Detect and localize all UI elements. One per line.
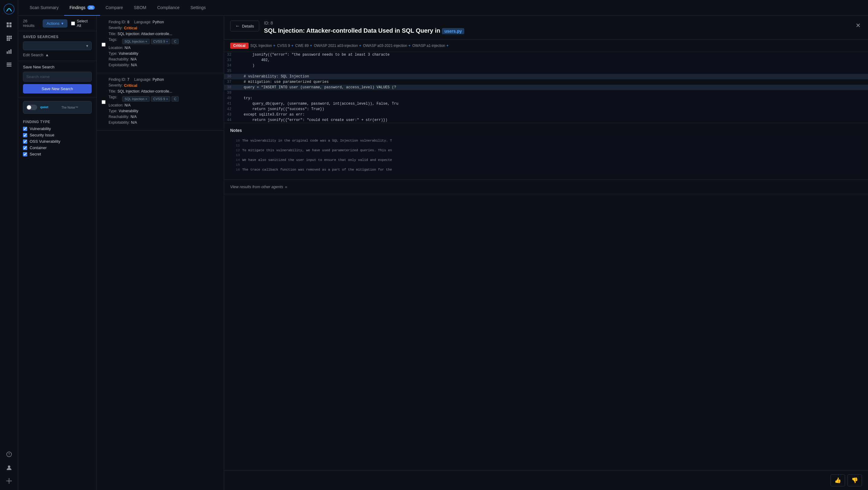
tab-compare[interactable]: Compare	[100, 0, 128, 16]
svg-rect-15	[10, 49, 11, 54]
qwiet-toggle-row: qwiet The Noise™	[23, 101, 92, 114]
svg-point-0	[4, 4, 14, 14]
detail-title: SQL Injection: Attacker-controlled Data …	[264, 27, 849, 34]
tab-scan-summary[interactable]: Scan Summary	[24, 0, 64, 16]
detail-tag-sql: SQL Injection +	[250, 43, 276, 48]
select-all-label: Select All	[77, 19, 92, 28]
detail-tag-cvss: CVSS 9 +	[277, 43, 293, 48]
svg-rect-4	[9, 25, 11, 27]
svg-rect-18	[7, 66, 11, 66]
settings-icon[interactable]	[4, 476, 14, 486]
code-line-33: 33 402,	[224, 58, 868, 63]
svg-rect-5	[7, 36, 8, 37]
note-line-10: 10 The vulnerability in the original cod…	[230, 138, 862, 143]
code-line-43: 43 except sqlite3.Error as err:	[224, 112, 868, 117]
code-line-38: 38 query = "INSERT INTO user (username, …	[224, 85, 868, 90]
svg-rect-17	[7, 64, 11, 65]
svg-rect-8	[7, 37, 8, 39]
detail-tag-cwe: CWE 89 +	[295, 43, 312, 48]
actions-button[interactable]: Actions ▾	[43, 19, 67, 28]
code-line-37: 37 # mitigation: use parameterized queri…	[224, 79, 868, 85]
thumbs-down-button[interactable]: 👎	[847, 474, 862, 486]
svg-text:?: ?	[8, 453, 10, 456]
svg-rect-16	[7, 63, 11, 63]
svg-rect-12	[8, 39, 10, 41]
select-all-checkbox[interactable]	[71, 22, 75, 25]
view-results-link[interactable]: View results from other agents »	[224, 180, 868, 194]
top-navigation: Scan Summary Findings 26 Compare SBOM Co…	[18, 0, 868, 16]
tab-settings[interactable]: Settings	[185, 0, 211, 16]
help-icon[interactable]: ?	[4, 449, 14, 460]
user-icon[interactable]	[4, 462, 14, 473]
chart-icon[interactable]	[4, 46, 14, 57]
results-count: 26 results	[23, 19, 39, 28]
detail-panel: ← Details ID: 8 SQL Injection: Attacker-…	[224, 16, 868, 490]
sidebar: ?	[0, 0, 18, 490]
tab-sbom[interactable]: SBOM	[128, 0, 152, 16]
svg-text:qwiet: qwiet	[40, 105, 49, 109]
code-line-36: 36 # vulnerability: SQL Injection	[224, 74, 868, 79]
filter-oss-vulnerability[interactable]: OSS Vulnerability	[23, 139, 92, 144]
table-icon[interactable]	[4, 59, 14, 70]
chevron-right-icon: »	[285, 184, 287, 189]
svg-rect-13	[7, 52, 8, 54]
note-line-16: 16 The trace callback function was remov…	[230, 167, 862, 172]
detail-tags: Critical SQL Injection + CVSS 9 + CWE 89…	[224, 40, 868, 52]
code-line-32: 32 jsonify({"error": "the password needs…	[224, 52, 868, 58]
finding-type-label: Finding Type	[23, 120, 92, 124]
thumbs-up-button[interactable]: 👍	[831, 474, 845, 486]
filename-badge: users.py	[442, 28, 464, 34]
left-panel: 26 results Actions ▾ Select All Saved Se…	[18, 16, 97, 490]
filter-container[interactable]: Container	[23, 146, 92, 150]
saved-search-dropdown[interactable]: ▾	[23, 41, 92, 50]
qwiet-toggle[interactable]	[26, 105, 37, 110]
edit-search-toggle[interactable]: Edit Search ▲	[23, 53, 92, 57]
select-all-area: Select All	[71, 19, 92, 28]
filter-vulnerability[interactable]: Vulnerability	[23, 126, 92, 131]
chevron-up-icon: ▲	[45, 53, 49, 57]
detail-footer: 👍 👎	[224, 471, 868, 490]
content-area: 26 results Actions ▾ Select All Saved Se…	[18, 16, 868, 490]
finding-card-7[interactable]: Finding ID: 7 Language: Python Severity:…	[97, 73, 224, 131]
critical-badge: Critical	[230, 43, 249, 49]
save-new-search-label: Save New Search	[23, 65, 92, 69]
code-line-35: 35	[224, 68, 868, 74]
filter-secret[interactable]: Secret	[23, 152, 92, 156]
search-name-input[interactable]	[23, 72, 92, 82]
code-line-44: 44 return jsonify({"error": "could not c…	[224, 117, 868, 123]
save-new-search-section: Save New Search Save New Search	[18, 61, 96, 97]
finding-card-8[interactable]: Finding ID: 8 Language: Python Severity:…	[97, 16, 224, 73]
dashboard-icon[interactable]	[4, 19, 14, 30]
svg-point-21	[8, 465, 10, 468]
tab-compliance[interactable]: Compliance	[152, 0, 185, 16]
svg-rect-1	[7, 22, 9, 25]
save-new-search-button[interactable]: Save New Search	[23, 84, 92, 93]
finding-checkbox-8[interactable]	[102, 21, 105, 69]
chevron-down-icon: ▾	[86, 43, 88, 48]
finding-checkbox-7[interactable]	[102, 78, 105, 126]
note-line-13: 13	[230, 153, 862, 158]
notes-code-block: 10 The vulnerability in the original cod…	[230, 136, 862, 175]
code-line-34: 34 )	[224, 63, 868, 68]
saved-searches-section: Saved Searches ▾ Edit Search ▲	[18, 31, 96, 61]
detail-title-area: ID: 8 SQL Injection: Attacker-controlled…	[264, 21, 849, 34]
close-button[interactable]: ✕	[855, 21, 862, 30]
svg-rect-10	[10, 37, 12, 39]
details-button[interactable]: ← Details	[230, 21, 259, 31]
svg-rect-7	[10, 36, 12, 37]
svg-rect-3	[7, 25, 9, 27]
qwiet-logo-text: The Noise™	[61, 106, 78, 109]
svg-rect-11	[7, 39, 8, 41]
tab-findings[interactable]: Findings 26	[64, 0, 100, 16]
results-toolbar: 26 results Actions ▾ Select All	[18, 16, 96, 31]
note-line-11: 11	[230, 143, 862, 148]
finding-type-section: Finding Type Vulnerability Security Issu…	[18, 117, 96, 161]
filter-security-issue[interactable]: Security Issue	[23, 133, 92, 137]
grid-icon[interactable]	[4, 33, 14, 43]
code-block: 32 jsonify({"error": "the password needs…	[224, 52, 868, 123]
detail-tag-owasp2021: OWASP 2021 a03-injection +	[314, 43, 361, 48]
note-line-14: 14 We have also sanitized the user input…	[230, 158, 862, 162]
notes-title: Notes	[230, 128, 862, 133]
svg-rect-2	[9, 22, 11, 25]
app-logo[interactable]	[4, 4, 14, 14]
